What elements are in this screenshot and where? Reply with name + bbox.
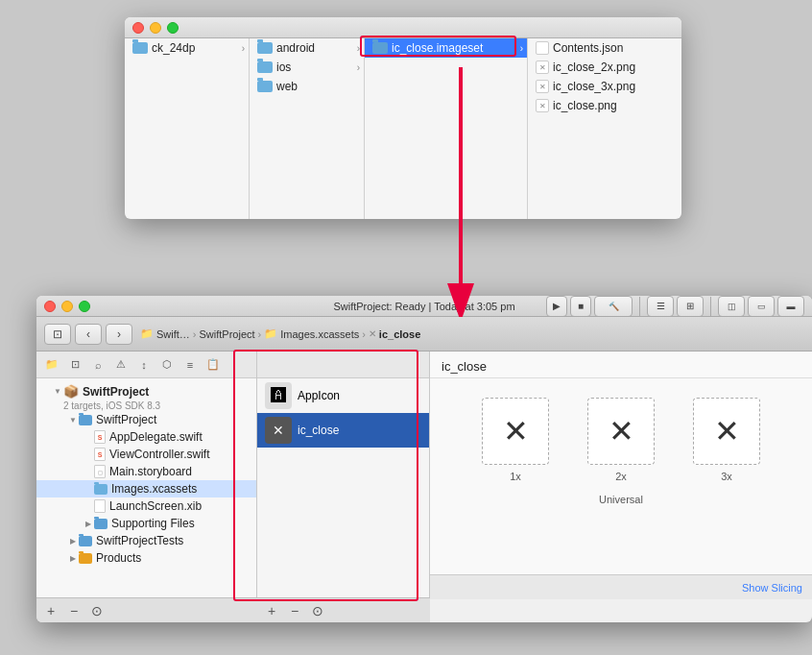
finder-item-ck24dp[interactable]: ck_24dp ›	[125, 38, 249, 58]
asset-list-toolbar	[257, 352, 429, 378]
folder-icon	[257, 42, 273, 54]
slot-symbol-3x: ✕	[714, 413, 740, 449]
slot-label-3x: 3x	[721, 471, 732, 482]
tree-arrow	[67, 414, 79, 425]
ic-close-thumb: ✕	[265, 417, 292, 444]
run-button[interactable]: ▶	[546, 296, 567, 317]
tree-arrow-root	[52, 386, 63, 398]
show-slicing-label[interactable]: Show Slicing	[742, 582, 802, 594]
sidebar-btn-debug[interactable]: ≡	[180, 356, 200, 374]
file-icon: ✕	[536, 99, 549, 112]
finder-item-ic-close-png[interactable]: ✕ ic_close.png	[528, 96, 681, 115]
layout-btn-3[interactable]: ▬	[777, 296, 804, 317]
asset-slot-1x: ✕ 1x	[482, 398, 549, 482]
finder-item-ios[interactable]: ios ›	[250, 58, 364, 77]
layout-btn-2[interactable]: ▭	[748, 296, 775, 317]
finder-item-android[interactable]: android ›	[250, 38, 364, 58]
folder-icon	[79, 553, 92, 564]
folder-icon	[257, 61, 273, 73]
layout-btn-1[interactable]: ◫	[718, 296, 745, 317]
tree-item-launchscreen[interactable]: LaunchScreen.xib	[36, 497, 256, 515]
file-icon: ✕	[536, 80, 549, 93]
xcode-title: SwiftProject: Ready | Today at 3:05 pm	[333, 301, 514, 312]
slot-box-3x[interactable]: ✕	[693, 398, 760, 465]
tree-label: SwiftProject	[96, 413, 156, 426]
chevron-icon: ›	[357, 43, 360, 54]
finder-item-label: ios	[276, 61, 291, 74]
slot-label-1x: 1x	[510, 471, 521, 482]
close-button[interactable]	[132, 22, 144, 34]
asset-bottom-toolbar: + − ⊙	[257, 597, 430, 622]
tree-item-root[interactable]: 📦 SwiftProject	[36, 382, 256, 400]
universal-label: Universal	[599, 494, 643, 505]
editor-button[interactable]: ☰	[647, 296, 674, 317]
stop-button[interactable]: ■	[570, 296, 591, 317]
swift-file-icon: S	[94, 448, 106, 461]
sidebar-btn-folder[interactable]: 📁	[42, 356, 61, 374]
asset-options-button[interactable]: ⊙	[309, 602, 326, 619]
tree-item-viewcontroller[interactable]: S ViewController.swift	[36, 446, 256, 463]
forward-button[interactable]: ›	[106, 324, 132, 345]
finder-col-4: Contents.json ✕ ic_close_2x.png ✕ ic_clo…	[528, 38, 681, 219]
tree-item-tests[interactable]: SwiftProjectTests	[36, 532, 256, 549]
tree-item-products[interactable]: Products	[36, 549, 256, 567]
zoom-button[interactable]	[167, 22, 179, 34]
finder-item-ic-close-2x[interactable]: ✕ ic_close_2x.png	[528, 58, 681, 77]
xcode-zoom-button[interactable]	[79, 301, 90, 312]
tree-label: AppDelegate.swift	[109, 430, 203, 444]
slot-box-2x[interactable]: ✕	[587, 398, 655, 465]
tree-item-main-storyboard[interactable]: ◻ Main.storyboard	[36, 463, 256, 480]
project-subtitle: 2 targets, iOS SDK 8.3	[36, 400, 256, 411]
folder-icon	[79, 536, 92, 546]
finder-item-label: Contents.json	[553, 41, 623, 55]
folder-icon	[79, 415, 92, 425]
finder-item-contents-json[interactable]: Contents.json	[528, 38, 681, 58]
tree-item-swiftproject[interactable]: SwiftProject	[36, 411, 256, 428]
folder-icon	[257, 81, 273, 92]
chevron-icon: ›	[357, 62, 360, 73]
options-button[interactable]: ⊙	[88, 602, 106, 619]
sidebar-btn-breakpoints[interactable]: ⬡	[157, 356, 177, 374]
finder-item-ic-close-3x[interactable]: ✕ ic_close_3x.png	[528, 77, 681, 96]
asset-slot-2x: ✕ 2x	[587, 398, 655, 482]
slot-box-1x[interactable]: ✕	[482, 398, 549, 465]
tree-item-images-xcassets[interactable]: Images.xcassets	[36, 480, 256, 497]
remove-asset-button[interactable]: −	[286, 602, 303, 619]
slot-label-2x: 2x	[615, 471, 627, 482]
minimize-button[interactable]	[150, 22, 161, 34]
tree-item-appdelegate[interactable]: S AppDelegate.swift	[36, 428, 256, 446]
finder-item-label: ck_24dp	[152, 41, 195, 55]
finder-titlebar	[125, 17, 681, 38]
xcode-titlebar: SwiftProject: Ready | Today at 3:05 pm ▶…	[36, 296, 812, 317]
tree-item-supporting-files[interactable]: Supporting Files	[36, 515, 256, 532]
breadcrumb-ic-close[interactable]: ic_close	[379, 328, 420, 340]
tree-label: LaunchScreen.xib	[109, 499, 202, 513]
slot-symbol-1x: ✕	[503, 413, 529, 449]
sidebar-btn-git[interactable]: ↕	[134, 356, 154, 374]
breadcrumb-swiftproject[interactable]: SwiftProject	[200, 328, 255, 340]
asset-item-appicon[interactable]: 🅰 AppIcon	[257, 378, 429, 413]
add-file-button[interactable]: +	[42, 602, 60, 619]
sidebar-btn-source[interactable]: ⊡	[65, 356, 84, 374]
back-button[interactable]: ‹	[75, 324, 102, 345]
sidebar-btn-report[interactable]: 📋	[203, 356, 223, 374]
tree-label: Images.xcassets	[111, 482, 197, 496]
sidebar-toolbar: 📁 ⊡ ⌕ ⚠ ↕ ⬡ ≡ 📋	[36, 352, 256, 378]
remove-file-button[interactable]: −	[65, 602, 83, 619]
add-asset-button[interactable]: +	[263, 602, 280, 619]
sidebar-toggle-button[interactable]: ⊡	[44, 324, 71, 345]
scheme-button[interactable]: 🔨	[594, 296, 633, 317]
tree-arrow	[83, 518, 94, 529]
finder-item-imageset[interactable]: ic_close.imageset ›	[365, 38, 527, 58]
storyboard-icon: ◻	[94, 465, 106, 478]
xcode-minimize-button[interactable]	[61, 301, 73, 312]
sidebar-btn-search[interactable]: ⌕	[88, 356, 107, 374]
sidebar-btn-warn[interactable]: ⚠	[111, 356, 131, 374]
breadcrumb-images-xcassets[interactable]: Images.xcassets	[280, 328, 359, 340]
finder-item-web[interactable]: web	[250, 77, 364, 96]
asset-item-ic-close[interactable]: ✕ ic_close	[257, 413, 429, 448]
breadcrumb-swift[interactable]: Swift…	[156, 328, 190, 340]
view-button[interactable]: ⊞	[677, 296, 704, 317]
folder-icon	[372, 42, 388, 54]
xcode-close-button[interactable]	[44, 301, 56, 312]
